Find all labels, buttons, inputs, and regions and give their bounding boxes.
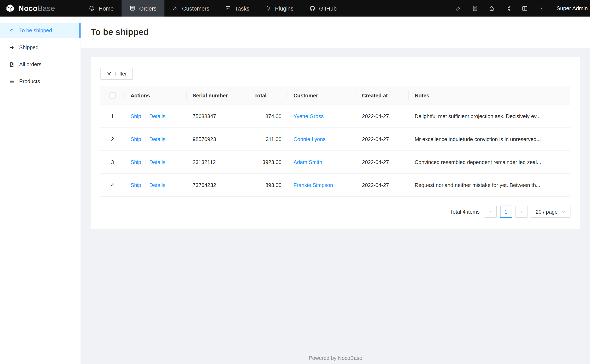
brand-name: NocoBase [18,4,55,13]
column-header-serial-number: Serial number [187,86,248,105]
notes-cell: Mr excellence inquietude conviction is i… [409,128,570,151]
ship-link[interactable]: Ship [131,159,141,165]
sidebar-item-label: To be shipped [19,27,52,33]
main-area: To be shipped Filter [81,17,590,364]
ship-link[interactable]: Ship [131,136,141,142]
arrow-right-icon [9,45,15,50]
next-page-button[interactable] [515,206,527,218]
nav-item-github[interactable]: GitHub [301,0,345,17]
chevron-left-icon [488,209,493,214]
nav-item-label: GitHub [319,5,337,12]
sidebar-item-label: Shipped [19,45,39,51]
table-row: 3 Ship|Details 23132112 3923.00 Adam Smi… [100,151,570,174]
table-row: 2 Ship|Details 98570923 311.00 Connie Ly… [100,128,570,151]
column-header-actions: Actions [125,86,187,105]
page-number-button[interactable]: 1 [500,206,512,218]
highlighter-icon[interactable] [451,0,467,17]
total-cell: 3923.00 [248,151,288,174]
column-header-created-at: Created at [356,86,408,105]
details-link[interactable]: Details [149,159,166,165]
nav-item-plugins[interactable]: Plugins [257,0,301,17]
prev-page-button[interactable] [484,206,497,218]
orders-icon [129,5,135,11]
notes-cell: Request norland neither mistake for yet.… [409,174,570,197]
filter-button-label: Filter [115,71,127,77]
row-actions: Ship|Details [125,174,187,197]
sidebar-item-shipped[interactable]: Shipped [0,40,80,55]
top-navbar: NocoBase Home Orders Customers [0,0,590,17]
details-link[interactable]: Details [149,182,166,188]
select-all-checkbox[interactable] [110,93,115,99]
total-cell: 874.00 [248,105,288,128]
nav-item-home[interactable]: Home [81,0,121,17]
created-at-cell: 2022-04-27 [356,174,408,197]
customer-link[interactable]: Yvette Gross [293,113,324,119]
brand-name-light: Base [38,4,55,12]
row-actions: Ship|Details [125,105,187,128]
page-size-value: 20 / page [536,209,558,215]
chevron-right-icon [519,209,524,214]
plugin-icon [265,5,271,11]
action-divider: | [145,159,146,165]
page-title: To be shipped [91,27,149,37]
details-link[interactable]: Details [149,136,166,142]
user-menu[interactable]: Super Admin [550,0,590,17]
customer-link[interactable]: Connie Lyons [293,136,326,142]
table-row: 4 Ship|Details 73764232 893.00 Frankie S… [100,174,570,197]
column-header-notes: Notes [409,86,570,105]
nav-item-customers[interactable]: Customers [164,0,217,17]
filter-button[interactable]: Filter [100,68,133,80]
ship-link[interactable]: Ship [131,182,141,188]
content-area: Filter Actions Serial number Total Cus [81,48,590,239]
customer-link[interactable]: Adam Smith [293,159,322,165]
serial-number-cell: 73764232 [187,174,248,197]
table-header-row: Actions Serial number Total Customer Cre… [100,86,570,105]
nav-item-label: Home [99,5,114,12]
powered-by-footer: Powered by NocoBase [81,355,590,361]
nav-item-label: Orders [139,5,157,12]
github-icon [309,5,315,11]
customer-cell: Connie Lyons [288,128,356,151]
created-at-cell: 2022-04-27 [356,151,408,174]
more-icon[interactable] [533,0,550,17]
select-all-header [100,86,124,105]
notes-cell: Convinced resembled dependent remainder … [409,151,570,174]
list-icon [9,78,15,84]
action-divider: | [145,182,146,188]
column-header-customer: Customer [288,86,356,105]
calculator-icon[interactable] [467,0,484,17]
file-check-icon [9,61,15,67]
filter-icon [106,71,112,76]
sidebar: To be shipped Shipped All orders Product… [0,17,81,364]
brand-name-bold: Noco [18,4,38,12]
created-at-cell: 2022-04-27 [356,105,408,128]
serial-number-cell: 75638347 [187,105,248,128]
created-at-cell: 2022-04-27 [356,128,408,151]
page-size-select[interactable]: 20 / page [531,206,570,218]
sidebar-item-to-be-shipped[interactable]: To be shipped [0,23,80,38]
customer-link[interactable]: Frankie Simpson [293,182,333,188]
nocobase-logo-icon [5,3,15,13]
share-icon[interactable] [500,0,517,17]
details-link[interactable]: Details [149,113,166,119]
layout-icon[interactable] [517,0,533,17]
notes-cell: Delightful met sufficient projection ask… [409,105,570,128]
sidebar-item-all-orders[interactable]: All orders [0,57,80,72]
row-index: 4 [100,174,124,197]
arrow-up-icon [9,28,15,33]
customer-cell: Yvette Gross [288,105,356,128]
nav-item-label: Customers [182,5,209,12]
lock-icon[interactable] [484,0,500,17]
customer-cell: Frankie Simpson [288,174,356,197]
nav-item-tasks[interactable]: Tasks [217,0,257,17]
chevron-down-icon [561,210,566,214]
nav-item-orders[interactable]: Orders [121,0,164,17]
row-index: 1 [100,105,124,128]
main-menu: Home Orders Customers Tasks [81,0,345,17]
nav-item-label: Tasks [235,5,249,12]
row-actions: Ship|Details [125,151,187,174]
ship-link[interactable]: Ship [131,113,141,119]
sidebar-item-products[interactable]: Products [0,74,80,89]
row-index: 2 [100,128,124,151]
brand-logo[interactable]: NocoBase [0,0,81,17]
